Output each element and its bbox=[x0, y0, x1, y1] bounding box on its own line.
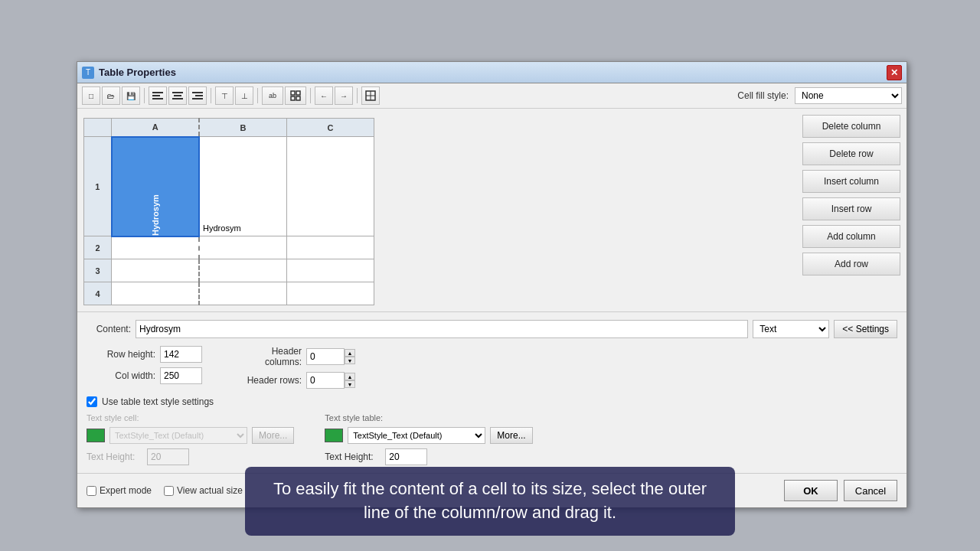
text-height-table-input[interactable] bbox=[385, 448, 427, 465]
row-height-input[interactable] bbox=[160, 346, 202, 363]
table-row: 1 Hydrosym Hydrosym bbox=[84, 137, 374, 236]
footer-left: Expert mode View actual size bbox=[87, 485, 243, 496]
dialog-title: Table Properties bbox=[99, 67, 176, 78]
header-rows-input[interactable] bbox=[306, 372, 345, 389]
cell-a1[interactable]: Hydrosym bbox=[112, 137, 199, 236]
svg-rect-12 bbox=[296, 96, 300, 100]
table-wrapper: A B C 1 Hydrosym Hyd bbox=[83, 118, 793, 305]
col-header-a[interactable]: A bbox=[112, 119, 199, 137]
row-header-3[interactable]: 3 bbox=[84, 259, 112, 282]
settings-button[interactable]: << Settings bbox=[834, 320, 897, 338]
col-width-input[interactable] bbox=[160, 367, 202, 384]
header-rows-up[interactable]: ▲ bbox=[345, 373, 355, 380]
toolbar-format-button[interactable] bbox=[285, 86, 306, 105]
cell-b2[interactable] bbox=[199, 236, 286, 259]
header-columns-label: Header columns: bbox=[233, 346, 302, 367]
svg-rect-1 bbox=[152, 95, 160, 96]
view-actual-size-group: View actual size bbox=[164, 485, 243, 496]
cell-c1[interactable] bbox=[286, 137, 374, 236]
svg-rect-10 bbox=[296, 91, 300, 95]
header-columns-spinner: ▲ ▼ bbox=[306, 348, 355, 365]
cell-a3[interactable] bbox=[112, 259, 199, 282]
cell-a4[interactable] bbox=[112, 282, 199, 305]
header-columns-down[interactable]: ▼ bbox=[345, 357, 355, 364]
cell-fill-select[interactable]: None bbox=[795, 87, 902, 104]
cancel-button[interactable]: Cancel bbox=[844, 480, 897, 501]
header-rows-down[interactable]: ▼ bbox=[345, 380, 355, 388]
svg-rect-9 bbox=[291, 91, 295, 95]
toolbar-save-button[interactable]: 💾 bbox=[122, 86, 140, 105]
use-table-text-checkbox[interactable] bbox=[87, 396, 97, 407]
cell-c3[interactable] bbox=[286, 259, 374, 282]
props-left-col: Row height: Col width: bbox=[87, 346, 202, 389]
text-style-cell-label: Text style cell: bbox=[87, 413, 294, 422]
text-style-table-label: Text style table: bbox=[325, 413, 532, 422]
delete-column-button[interactable]: Delete column bbox=[802, 115, 900, 138]
svg-rect-8 bbox=[192, 98, 203, 99]
corner-header bbox=[84, 119, 112, 137]
table-row: 4 bbox=[84, 282, 374, 305]
toolbar-border-button[interactable] bbox=[361, 86, 380, 105]
row-header-1[interactable]: 1 bbox=[84, 137, 112, 236]
right-panel: Delete column Delete row Insert column I… bbox=[799, 109, 906, 311]
view-actual-size-checkbox[interactable] bbox=[164, 486, 174, 496]
add-column-button[interactable]: Add column bbox=[802, 225, 900, 248]
properties-panel: Content: Text Image Formula << Settings … bbox=[77, 311, 906, 473]
text-style-table-select[interactable]: TextStyle_Text (Default) bbox=[348, 427, 485, 444]
col-width-row: Col width: bbox=[87, 367, 202, 384]
content-type-select[interactable]: Text Image Formula bbox=[753, 320, 829, 338]
expert-mode-group: Expert mode bbox=[87, 485, 152, 496]
svg-rect-4 bbox=[174, 95, 181, 96]
footer-right: OK Cancel bbox=[784, 480, 897, 501]
toolbar-valign-top-button[interactable]: ⊤ bbox=[215, 86, 234, 105]
cell-c4[interactable] bbox=[286, 282, 374, 305]
main-content: A B C 1 Hydrosym Hyd bbox=[77, 109, 906, 311]
text-style-cell-more-button: More... bbox=[252, 427, 294, 444]
row-header-4[interactable]: 4 bbox=[84, 282, 112, 305]
text-style-cell-row: TextStyle_Text (Default) More... bbox=[87, 427, 294, 444]
content-row: Content: Text Image Formula << Settings bbox=[87, 320, 897, 338]
toolbar-merge-right-button[interactable]: → bbox=[335, 86, 353, 105]
text-height-cell-input bbox=[147, 448, 189, 465]
dialog-table-properties: T Table Properties ✕ □ 🗁 💾 ⊤ ⊥ ab ← → bbox=[77, 61, 907, 508]
toolbar-open-button[interactable]: 🗁 bbox=[102, 86, 120, 105]
text-style-table-more-button[interactable]: More... bbox=[490, 427, 532, 444]
toolbar-new-button[interactable]: □ bbox=[82, 86, 100, 105]
use-table-text-row: Use table text style settings bbox=[87, 396, 897, 407]
insert-column-button[interactable]: Insert column bbox=[802, 170, 900, 193]
expert-mode-checkbox[interactable] bbox=[87, 486, 96, 496]
toolbar-align-right-button[interactable] bbox=[188, 86, 207, 105]
toolbar-merge-left-button[interactable]: ← bbox=[315, 86, 333, 105]
delete-row-button[interactable]: Delete row bbox=[802, 142, 900, 165]
insert-row-button[interactable]: Insert row bbox=[802, 197, 900, 220]
content-label: Content: bbox=[87, 324, 131, 334]
toolbar-align-center-button[interactable] bbox=[168, 86, 187, 105]
close-button[interactable]: ✕ bbox=[887, 65, 902, 80]
header-rows-spinner-btns: ▲ ▼ bbox=[345, 373, 355, 388]
col-header-b[interactable]: B bbox=[199, 119, 286, 137]
row-header-2[interactable]: 2 bbox=[84, 236, 112, 259]
cell-b3[interactable] bbox=[199, 259, 286, 282]
cell-b4[interactable] bbox=[199, 282, 286, 305]
header-columns-input[interactable] bbox=[306, 348, 345, 365]
cell-c2[interactable] bbox=[286, 236, 374, 259]
toolbar-sep-5 bbox=[357, 88, 358, 103]
ok-button[interactable]: OK bbox=[784, 480, 838, 501]
cell-a1-text: Hydrosym bbox=[151, 220, 160, 236]
toolbar-align-left-button[interactable] bbox=[149, 86, 167, 105]
text-height-cell-label: Text Height: bbox=[87, 452, 144, 462]
content-input[interactable] bbox=[136, 320, 748, 338]
text-height-table-label: Text Height: bbox=[325, 452, 382, 462]
toolbar-text-button[interactable]: ab bbox=[262, 86, 283, 105]
cell-a2[interactable] bbox=[112, 236, 199, 259]
use-table-text-label: Use table text style settings bbox=[102, 396, 214, 407]
col-header-c[interactable]: C bbox=[286, 119, 374, 137]
toolbar-valign-middle-button[interactable]: ⊥ bbox=[235, 86, 253, 105]
header-columns-up[interactable]: ▲ bbox=[345, 349, 355, 357]
cell-b1[interactable]: Hydrosym bbox=[199, 137, 286, 236]
col-width-label: Col width: bbox=[87, 370, 155, 381]
properties-grid: Row height: Col width: Header columns: ▲ bbox=[87, 346, 897, 389]
column-header-row: A B C bbox=[84, 119, 374, 137]
add-row-button[interactable]: Add row bbox=[802, 253, 900, 276]
svg-rect-3 bbox=[172, 92, 183, 93]
